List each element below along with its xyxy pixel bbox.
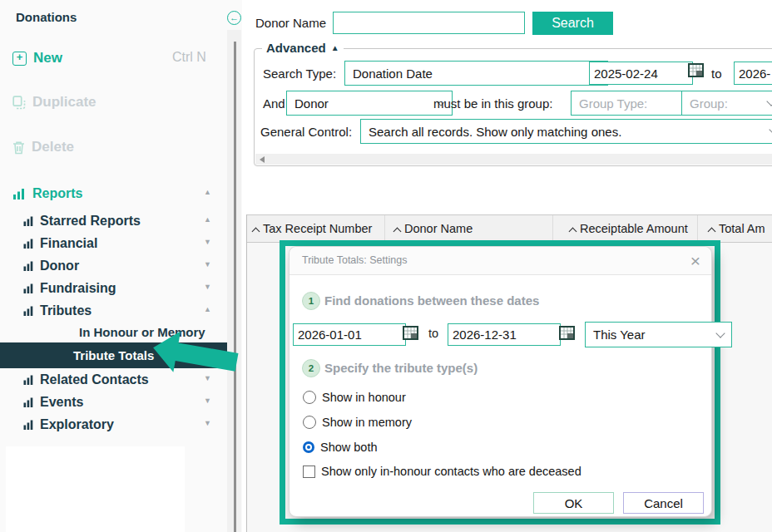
collapse-down-icon[interactable]: ▼	[204, 397, 211, 405]
sidebar-item-new[interactable]: New Ctrl N	[12, 49, 220, 67]
chart-bars-icon	[23, 306, 35, 316]
sidebar-item-exploratory[interactable]: Exploratory	[23, 416, 114, 432]
calendar-icon[interactable]	[688, 63, 704, 77]
page-title: Donations	[16, 10, 77, 24]
dialog-date-from-input[interactable]	[293, 323, 406, 346]
sort-caret-icon	[569, 227, 577, 235]
cancel-button[interactable]: Cancel	[623, 492, 704, 514]
sidebar-scrollbar-thumb[interactable]	[234, 42, 236, 532]
column-header-tax-receipt-number[interactable]: Tax Receipt Number	[247, 215, 385, 242]
collapse-down-icon[interactable]: ▼	[204, 283, 211, 291]
to-label: to	[428, 327, 438, 340]
calendar-icon[interactable]	[403, 326, 418, 340]
search-type-label: Search Type:	[263, 66, 336, 81]
sidebar-item-events[interactable]: Events	[23, 394, 83, 410]
column-header-donor-name[interactable]: Donor Name	[385, 215, 553, 242]
radio-unchecked-icon[interactable]	[303, 416, 316, 429]
chart-bars-icon	[23, 261, 35, 271]
search-type-select[interactable]: Donation Date	[344, 61, 608, 86]
arrow-left-icon: ←	[230, 13, 239, 22]
chart-bars-icon	[23, 420, 35, 430]
general-control-select[interactable]: Search all records. Show only matching o…	[360, 119, 772, 144]
trash-icon	[12, 140, 25, 155]
dialog-date-to-input[interactable]	[448, 323, 561, 346]
new-shortcut: Ctrl N	[172, 50, 206, 65]
collapse-down-icon[interactable]: ▼	[204, 260, 211, 268]
reports-collapse-icon[interactable]: ▲	[204, 188, 211, 196]
donor-name-label: Donor Name	[255, 16, 326, 30]
group-hint-label: must be in this group:	[433, 96, 552, 111]
step-1-text: Find donations between these dates	[324, 293, 539, 308]
horizontal-scrollbar[interactable]	[255, 154, 772, 165]
tribute-totals-settings-dialog: Tribute Totals: Settings × 1 Find donati…	[289, 246, 712, 517]
ok-button[interactable]: OK	[533, 492, 614, 514]
checkbox-unchecked-icon[interactable]	[303, 466, 315, 478]
chart-bars-icon	[23, 397, 35, 407]
and-field-select[interactable]: Donor	[286, 91, 453, 116]
sidebar-item-delete[interactable]: Delete	[12, 138, 74, 156]
column-header-total-amount[interactable]: Total Am	[698, 215, 772, 242]
advanced-search-panel: Advanced ▲ Search Type: Donation Date to…	[254, 48, 772, 166]
chart-bars-icon	[23, 239, 35, 249]
chart-bars-icon	[12, 188, 27, 200]
sidebar-item-fundraising[interactable]: Fundraising	[23, 280, 116, 296]
radio-checked-icon[interactable]	[303, 441, 314, 453]
chart-bars-icon	[23, 375, 35, 385]
option-show-in-honour[interactable]: Show in honour	[303, 390, 406, 405]
sidebar-collapse-button[interactable]: ←	[227, 11, 241, 25]
empty-panel	[6, 446, 185, 532]
column-header-receiptable-amount[interactable]: Receiptable Amount	[553, 215, 698, 242]
sidebar: Donations New Ctrl N Duplicate Delete Re…	[0, 0, 242, 532]
chevron-down-icon	[769, 125, 772, 134]
duplicate-icon	[12, 96, 26, 110]
collapse-up-icon[interactable]: ▲	[204, 215, 211, 224]
dialog-titlebar: Tribute Totals: Settings ×	[290, 247, 711, 275]
collapse-down-icon[interactable]: ▼	[204, 238, 211, 246]
scroll-left-arrow-icon	[260, 156, 265, 163]
search-button[interactable]: Search	[532, 12, 613, 35]
collapse-up-icon[interactable]: ▲	[204, 305, 211, 313]
sort-caret-icon	[708, 227, 716, 235]
option-show-both[interactable]: Show both	[303, 440, 378, 455]
sidebar-item-related-contacts[interactable]: Related Contacts	[23, 372, 149, 387]
sort-caret-icon	[252, 227, 260, 235]
collapse-advanced-icon: ▲	[331, 43, 339, 52]
step-2-badge: 2	[302, 359, 320, 377]
sidebar-item-reports[interactable]: Reports	[12, 186, 82, 201]
table-header-row: Tax Receipt Number Donor Name Receiptabl…	[247, 214, 772, 243]
and-label: And	[263, 96, 285, 111]
date-range-preset-select[interactable]: This Year	[585, 322, 732, 347]
sidebar-item-duplicate[interactable]: Duplicate	[12, 93, 96, 111]
sidebar-item-tributes[interactable]: Tributes	[23, 303, 92, 318]
close-icon[interactable]: ×	[690, 247, 700, 274]
advanced-legend[interactable]: Advanced ▲	[262, 41, 344, 55]
sidebar-item-starred-reports[interactable]: Starred Reports	[23, 213, 141, 229]
sort-caret-icon	[393, 227, 402, 235]
chart-bars-icon	[23, 283, 35, 293]
calendar-icon[interactable]	[559, 326, 575, 340]
sidebar-item-donor[interactable]: Donor	[23, 258, 79, 273]
dialog-title: Tribute Totals: Settings	[302, 247, 407, 274]
option-show-only-deceased[interactable]: Show only in-honour contacts who are dec…	[303, 464, 581, 479]
chevron-down-icon	[766, 96, 772, 106]
date-from-input[interactable]	[589, 62, 693, 85]
step-2-text: Specify the tribute type(s)	[324, 361, 478, 375]
step-1-badge: 1	[302, 292, 320, 310]
to-label: to	[711, 66, 722, 81]
radio-unchecked-icon[interactable]	[303, 391, 316, 404]
sidebar-item-financial[interactable]: Financial	[23, 235, 97, 251]
new-plus-icon	[12, 52, 27, 66]
donor-name-input[interactable]	[333, 12, 525, 34]
general-control-label: General Control:	[260, 125, 352, 139]
option-show-in-memory[interactable]: Show in memory	[303, 415, 412, 430]
group-select[interactable]: Group:	[681, 91, 772, 116]
chart-bars-icon	[23, 216, 35, 226]
collapse-down-icon[interactable]: ▼	[204, 419, 211, 427]
date-to-input[interactable]	[734, 62, 772, 85]
chevron-down-icon	[715, 328, 725, 337]
